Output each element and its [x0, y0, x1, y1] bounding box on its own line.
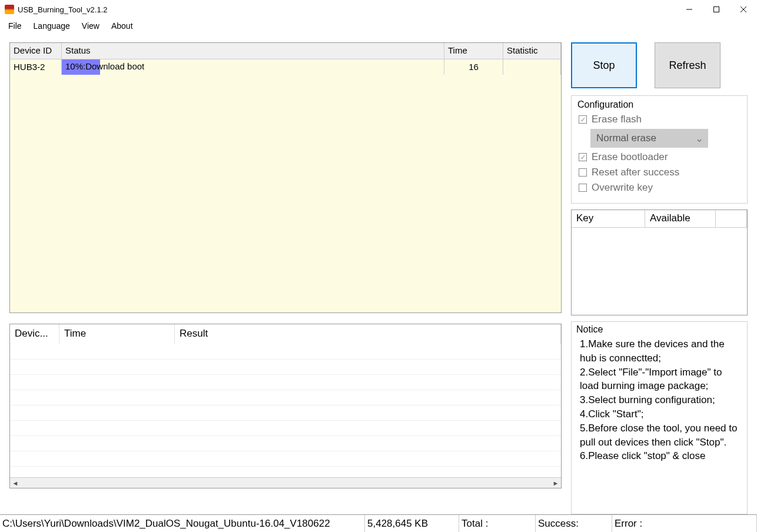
- erase-bootloader-row: ✓ Erase bootloader: [579, 151, 740, 163]
- menu-file[interactable]: File: [2, 20, 28, 32]
- notice-group: Notice 1.Make sure the devices and the h…: [571, 321, 748, 514]
- app-icon: [5, 5, 14, 14]
- erase-flash-checkbox[interactable]: ✓: [579, 115, 587, 124]
- status-success: Success:: [536, 515, 612, 532]
- refresh-button[interactable]: Refresh: [655, 42, 721, 88]
- key-table: Key Available: [571, 210, 748, 315]
- notice-list: 1.Make sure the devices and the hub is c…: [576, 337, 742, 463]
- col-key[interactable]: Key: [572, 210, 645, 228]
- notice-item: 2.Select "File"-"Import image" to load b…: [580, 365, 742, 394]
- overwrite-key-label: Overwrite key: [592, 182, 653, 194]
- col-result-device[interactable]: Devic...: [10, 324, 59, 344]
- menu-about[interactable]: About: [105, 20, 139, 32]
- status-total: Total :: [459, 515, 536, 532]
- statusbar: C:\Users\Yuri\Downloads\VIM2_DualOS_Noug…: [0, 514, 757, 532]
- scroll-left-icon[interactable]: ◄: [10, 480, 21, 487]
- status-size: 5,428,645 KB: [365, 515, 459, 532]
- notice-title: Notice: [576, 324, 742, 335]
- configuration-title: Configuration: [577, 99, 741, 110]
- progress-label: 10%:Download boot: [65, 61, 144, 71]
- overwrite-key-checkbox[interactable]: [579, 184, 587, 192]
- result-body: [10, 344, 561, 477]
- reset-after-label: Reset after success: [592, 167, 679, 178]
- window-controls: [676, 0, 757, 19]
- col-device-id[interactable]: Device ID: [10, 43, 62, 59]
- configuration-group: Configuration ✓ Erase flash Normal erase…: [571, 95, 748, 204]
- col-available[interactable]: Available: [645, 210, 716, 228]
- titlebar: USB_Burning_Tool_v2.1.2: [0, 0, 757, 19]
- col-statistic[interactable]: Statistic: [503, 43, 561, 59]
- reset-after-row: Reset after success: [579, 167, 740, 178]
- result-row: [10, 405, 561, 421]
- result-row: [10, 451, 561, 467]
- status-error: Error :: [612, 515, 757, 532]
- device-status-cell: 10%:Download boot: [62, 59, 444, 75]
- status-path: C:\Users\Yuri\Downloads\VIM2_DualOS_Noug…: [0, 515, 365, 532]
- col-result-result[interactable]: Result: [175, 324, 561, 344]
- device-time-cell: 16: [444, 59, 503, 75]
- result-row: [10, 360, 561, 375]
- svg-rect-1: [714, 7, 719, 12]
- col-time[interactable]: Time: [444, 43, 503, 59]
- result-row: [10, 344, 561, 360]
- erase-bootloader-checkbox[interactable]: ✓: [579, 153, 587, 161]
- menu-language[interactable]: Language: [28, 20, 76, 32]
- result-table: Devic... Time Result ◄ ►: [9, 324, 562, 488]
- notice-item: 1.Make sure the devices and the hub is c…: [580, 337, 742, 365]
- col-result-time[interactable]: Time: [59, 324, 175, 344]
- erase-bootloader-label: Erase bootloader: [592, 151, 668, 163]
- stop-button[interactable]: Stop: [571, 42, 637, 88]
- notice-item: 5.Before close the tool, you need to pul…: [580, 421, 742, 450]
- device-row[interactable]: HUB3-2 10%:Download boot 16: [10, 59, 561, 75]
- maximize-button[interactable]: [703, 0, 730, 19]
- result-row: [10, 390, 561, 405]
- notice-item: 4.Click "Start";: [580, 407, 742, 421]
- reset-after-checkbox[interactable]: [579, 168, 587, 177]
- erase-flash-row: ✓ Erase flash: [579, 114, 740, 125]
- result-row: [10, 375, 561, 390]
- horizontal-scrollbar[interactable]: ◄ ►: [10, 477, 561, 488]
- result-row: [10, 436, 561, 451]
- col-status[interactable]: Status: [62, 43, 444, 59]
- device-table: Device ID Status Time Statistic HUB3-2 1…: [9, 42, 562, 313]
- overwrite-key-row: Overwrite key: [579, 182, 740, 194]
- col-key-extra: [716, 210, 747, 228]
- device-table-header: Device ID Status Time Statistic: [10, 43, 561, 59]
- window-title: USB_Burning_Tool_v2.1.2: [18, 5, 108, 14]
- device-id-cell: HUB3-2: [10, 59, 62, 75]
- erase-mode-select[interactable]: Normal erase: [590, 129, 708, 148]
- menubar: File Language View About: [0, 19, 757, 33]
- menu-view[interactable]: View: [76, 20, 105, 32]
- notice-item: 3.Select burning configuration;: [580, 393, 742, 407]
- device-stat-cell: [503, 59, 561, 75]
- result-row: [10, 421, 561, 436]
- result-header: Devic... Time Result: [10, 324, 561, 344]
- notice-item: 6.Please click "stop" & close: [580, 449, 742, 463]
- scroll-right-icon[interactable]: ►: [550, 480, 561, 487]
- close-button[interactable]: [730, 0, 757, 19]
- minimize-button[interactable]: [676, 0, 703, 19]
- erase-flash-label: Erase flash: [592, 114, 642, 125]
